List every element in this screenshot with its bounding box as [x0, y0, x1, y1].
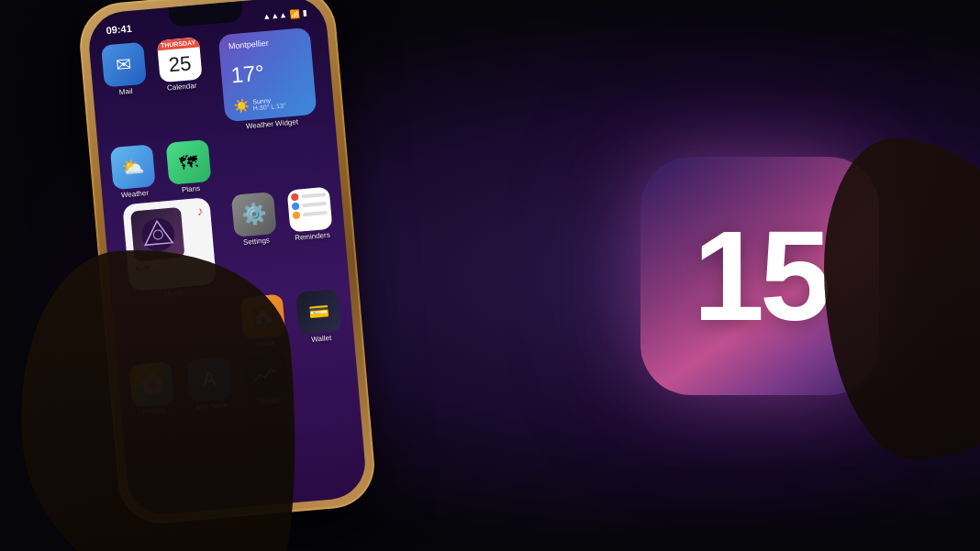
app-reminders[interactable]: Reminders — [283, 186, 338, 243]
weather-city: Montpellier — [228, 36, 302, 51]
reminder-dot-red — [291, 193, 299, 202]
reminders-icon — [287, 187, 333, 233]
weather-app-label: Weather — [121, 189, 150, 200]
app-plans[interactable]: 🗺 Plans — [161, 139, 217, 196]
sun-icon: ☀️ — [233, 98, 250, 114]
app-settings[interactable]: ⚙️ Settings — [227, 192, 282, 248]
music-note-icon: ♪ — [196, 204, 204, 219]
reminders-content — [287, 187, 333, 233]
cloud-sun-icon: ⛅ — [120, 155, 145, 179]
settings-label: Settings — [243, 237, 271, 247]
reminders-label: Reminders — [295, 231, 330, 242]
maps-icon: 🗺 — [165, 139, 211, 185]
phone-wrapper: 09:41 ▲▲▲ 📶 ▮ ✉ Mail — [3, 0, 530, 551]
weather-details: Sunny H:30° L:13° — [252, 95, 286, 111]
album-art-svg — [138, 215, 177, 254]
app-wallet[interactable]: 💳 Wallet — [292, 289, 347, 346]
weather-widget-box: Montpellier 17° ☀️ Sunny H:30° L:13° — [218, 28, 317, 122]
gear-icon: ⚙️ — [240, 202, 267, 227]
app-weather[interactable]: ⛅ Weather — [106, 144, 161, 201]
app-calendar[interactable]: THURSDAY 25 Calendar — [152, 37, 207, 94]
plans-label: Plans — [182, 184, 201, 194]
map-icon: 🗺 — [178, 151, 198, 174]
reminder-text-2 — [302, 202, 327, 207]
reminder-text-3 — [303, 211, 328, 216]
app-mail[interactable]: ✉ Mail — [96, 41, 151, 98]
mail-label: Mail — [118, 87, 132, 96]
reminder-dot-orange — [293, 211, 301, 219]
status-icons: ▲▲▲ 📶 ▮ — [262, 8, 307, 21]
row5-filler — [295, 347, 347, 351]
weather-app-icon: ⛅ — [109, 144, 155, 190]
weather-widget[interactable]: Montpellier 17° ☀️ Sunny H:30° L:13° Wea… — [208, 27, 328, 133]
reminder-line-3 — [293, 209, 329, 219]
calendar-icon: THURSDAY 25 — [157, 37, 203, 83]
wallet-icon: 💳 — [296, 289, 342, 335]
reminder-dot-blue — [292, 203, 300, 211]
ios15-version-number: 15 — [693, 202, 827, 350]
app-row-1: ✉ Mail THURSDAY 25 Calendar — [96, 27, 328, 143]
weather-condition-row: ☀️ Sunny H:30° L:13° — [233, 93, 307, 114]
wallet-label: Wallet — [311, 334, 332, 344]
mail-icon: ✉ — [101, 42, 147, 88]
weather-temp: 17° — [229, 56, 305, 88]
calendar-label: Calendar — [167, 82, 197, 93]
settings-icon: ⚙️ — [231, 192, 277, 237]
status-time: 09:41 — [106, 23, 132, 36]
signal-icon: ▲▲▲ — [262, 10, 288, 21]
calendar-date: 25 — [158, 47, 203, 83]
reminder-text-1 — [301, 193, 326, 198]
mail-symbol: ✉ — [115, 53, 132, 76]
card-icon: 💳 — [308, 301, 330, 323]
battery-icon: ▮ — [302, 8, 307, 17]
wifi-icon: 📶 — [289, 9, 300, 19]
